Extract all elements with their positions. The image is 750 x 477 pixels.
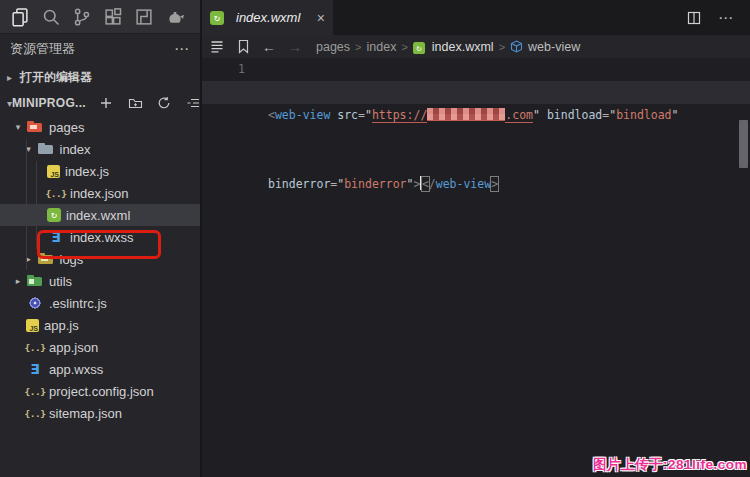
outline-icon[interactable] <box>209 39 225 55</box>
tree-item-app.js[interactable]: JS app.js <box>0 314 200 336</box>
tree-arrow: ▸ <box>10 276 26 286</box>
tree-item-pages[interactable]: ▾ pages <box>0 116 200 138</box>
folder-logs-icon <box>37 251 55 267</box>
breadcrumb-separator: > <box>355 41 361 53</box>
code-lines: <web-view src="https://.com" bindload="b… <box>268 58 736 242</box>
wxml-icon: ↻ <box>47 208 61 222</box>
navigate-back-icon[interactable]: ← <box>262 40 276 54</box>
tab-bar: ↻ index.wxml × ⋯ <box>202 0 750 35</box>
explorer-sidebar: 资源管理器 ⋯ ▸ 打开的编辑器 ▾ MINIPROG... <box>0 34 200 477</box>
open-editors-section[interactable]: ▸ 打开的编辑器 <box>0 64 200 90</box>
close-icon[interactable]: × <box>317 11 325 25</box>
tree-item-index.wxss[interactable]: Ǝ index.wxss <box>0 226 200 248</box>
tree-item-index.json[interactable]: {..} index.json <box>0 182 200 204</box>
tree-item-index[interactable]: ▾ index <box>0 138 200 160</box>
tree-item-label: logs <box>60 252 84 267</box>
folder-plain-icon <box>37 141 55 157</box>
refresh-icon[interactable] <box>156 95 172 111</box>
json-icon: {..} <box>26 339 44 355</box>
tree-item-label: project.config.json <box>49 384 154 399</box>
tree-item-app.wxss[interactable]: Ǝ app.wxss <box>0 358 200 380</box>
json-icon: {..} <box>47 185 65 201</box>
explorer-more-icon[interactable]: ⋯ <box>174 40 190 58</box>
tab-index-wxml[interactable]: ↻ index.wxml × <box>202 0 333 35</box>
project-label: MINIPROG... <box>12 96 86 110</box>
tree-item-index.js[interactable]: JS index.js <box>0 160 200 182</box>
js-icon: JS <box>47 165 60 178</box>
tree-item-label: .eslintrc.js <box>49 296 107 311</box>
tree-arrow: ▾ <box>10 122 26 132</box>
indent-guide <box>36 161 37 249</box>
teapot-icon[interactable] <box>164 6 186 28</box>
explorer-title: 资源管理器 <box>10 40 75 58</box>
indent-guide <box>26 139 27 270</box>
code-line-1-text: <web-view src="https://.com" bindload="b… <box>268 104 736 127</box>
tree-item-label: sitemap.json <box>49 406 122 421</box>
chevron-right-icon: ▸ <box>7 72 20 83</box>
tree-item-label: utils <box>49 274 72 289</box>
tree-item-label: index.wxss <box>70 230 134 245</box>
wxml-file-icon: ↻ <box>413 40 427 54</box>
json-icon: {..} <box>26 405 44 421</box>
json-icon: {..} <box>26 383 44 399</box>
eslint-icon <box>26 295 44 311</box>
wxss-icon: Ǝ <box>26 361 44 377</box>
editor-region: ↻ index.wxml × ⋯ ← → pages <box>202 0 750 477</box>
tab-title: index.wxml <box>236 10 310 25</box>
tree-item-label: index.json <box>70 186 129 201</box>
tree-item-project.config.json[interactable]: {..} project.config.json <box>0 380 200 402</box>
vertical-scrollbar[interactable] <box>739 120 748 168</box>
extensions-icon[interactable] <box>102 6 124 28</box>
window-layout-icon[interactable] <box>133 6 155 28</box>
tree-item-logs[interactable]: ▸ logs <box>0 248 200 270</box>
breadcrumb-web-view[interactable]: web-view <box>528 40 580 54</box>
tree-item-label: index <box>60 142 91 157</box>
line-number-gutter: 1 <box>202 58 258 81</box>
open-editors-label: 打开的编辑器 <box>20 69 92 86</box>
tree-arrow: ▾ <box>21 144 37 154</box>
tree-item-label: index.js <box>65 164 109 179</box>
code-area[interactable]: 1 <web-view src="https://.com" bindload=… <box>202 58 750 477</box>
js-icon: JS <box>26 319 39 332</box>
folder-utils-icon <box>26 273 44 289</box>
breadcrumb-separator: > <box>499 41 505 53</box>
tree-item-label: app.wxss <box>49 362 103 377</box>
tree-item-utils[interactable]: ▸ utils <box>0 270 200 292</box>
tree-item-label: pages <box>49 120 84 135</box>
editor-toolbar: ← → pages > index > ↻ index.wxml > web-v… <box>202 35 750 58</box>
file-tree: ▾ pages ▾ index JS index.js {..} index.j… <box>0 116 200 424</box>
new-folder-icon[interactable] <box>127 95 143 111</box>
symbol-cube-icon <box>510 40 523 53</box>
tree-arrow: ▸ <box>21 254 37 264</box>
breadcrumb: pages > index > ↻ index.wxml > web-view <box>316 40 580 54</box>
redacted-url-mosaic <box>427 108 505 121</box>
breadcrumb-pages[interactable]: pages <box>316 40 350 54</box>
tree-item-.eslintrc.js[interactable]: .eslintrc.js <box>0 292 200 314</box>
tree-item-label: index.wxml <box>66 208 130 223</box>
watermark-text: 图片上传于:281life.com <box>593 456 747 474</box>
folder-pages-icon <box>26 119 44 135</box>
tree-item-index.wxml[interactable]: ↻ index.wxml <box>0 204 200 226</box>
wxml-file-icon: ↻ <box>210 11 224 25</box>
explorer-header: 资源管理器 ⋯ <box>0 34 200 64</box>
files-icon[interactable] <box>9 6 31 28</box>
search-icon[interactable] <box>40 6 62 28</box>
collapse-all-icon[interactable] <box>185 95 201 111</box>
navigate-forward-icon[interactable]: → <box>288 40 302 54</box>
source-control-icon[interactable] <box>71 6 93 28</box>
new-file-icon[interactable] <box>98 95 114 111</box>
tree-item-label: app.js <box>44 318 79 333</box>
bookmark-icon[interactable] <box>237 39 250 54</box>
tree-item-app.json[interactable]: {..} app.json <box>0 336 200 358</box>
split-editor-icon[interactable] <box>686 10 702 26</box>
code-line-2-text: binderror="binderror"></web-view> <box>268 173 736 196</box>
line-number: 1 <box>202 58 245 81</box>
breadcrumb-index[interactable]: index <box>367 40 397 54</box>
project-section[interactable]: ▾ MINIPROG... <box>0 90 200 116</box>
breadcrumb-index-wxml[interactable]: index.wxml <box>432 40 494 54</box>
editor-more-icon[interactable]: ⋯ <box>718 9 734 27</box>
breadcrumb-separator: > <box>401 41 407 53</box>
tree-item-label: app.json <box>49 340 98 355</box>
wxss-icon: Ǝ <box>47 229 65 245</box>
tree-item-sitemap.json[interactable]: {..} sitemap.json <box>0 402 200 424</box>
